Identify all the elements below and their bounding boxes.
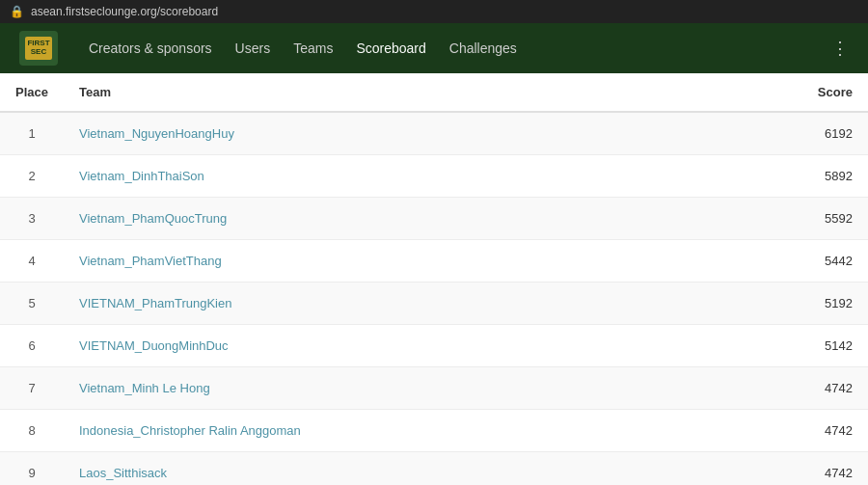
cell-score: 6192: [702, 112, 868, 155]
scoreboard-table: Place Team Score 1Vietnam_NguyenHoangHuy…: [0, 73, 868, 485]
table-row: 7Vietnam_Minh Le Hong4742: [0, 367, 868, 410]
nav-creators-sponsors[interactable]: Creators & sponsors: [89, 40, 212, 56]
cell-team[interactable]: Laos_Sitthisack: [64, 452, 702, 486]
cell-team[interactable]: Indonesia_Christopher Ralin Anggoman: [64, 410, 702, 452]
cell-place: 5: [0, 283, 64, 325]
table-row: 1Vietnam_NguyenHoangHuy6192: [0, 112, 868, 155]
logo-text: FIRSTSEC: [27, 40, 49, 57]
table-row: 3Vietnam_PhamQuocTrung5592: [0, 198, 868, 240]
cell-team[interactable]: Vietnam_PhamVietThang: [64, 240, 702, 283]
table-header-row: Place Team Score: [0, 73, 868, 112]
cell-score: 5442: [702, 240, 868, 283]
col-team: Team: [64, 73, 702, 112]
lock-icon: 🔒: [10, 5, 23, 18]
url-bar: asean.firstseclounge.org/scoreboard: [31, 5, 218, 18]
cell-team[interactable]: VIETNAM_DuongMinhDuc: [64, 325, 702, 367]
cell-score: 5592: [702, 198, 868, 240]
cell-team[interactable]: Vietnam_DinhThaiSon: [64, 155, 702, 198]
cell-score: 5892: [702, 155, 868, 198]
nav-scoreboard[interactable]: Scoreboard: [356, 40, 425, 56]
cell-team[interactable]: Vietnam_PhamQuocTrung: [64, 198, 702, 240]
more-icon[interactable]: ⋮: [831, 39, 849, 58]
cell-place: 7: [0, 367, 64, 410]
cell-team[interactable]: VIETNAM_PhamTrungKien: [64, 283, 702, 325]
cell-team[interactable]: Vietnam_Minh Le Hong: [64, 367, 702, 410]
table-row: 5VIETNAM_PhamTrungKien5192: [0, 283, 868, 325]
logo-inner: FIRSTSEC: [25, 37, 52, 60]
titlebar: 🔒 asean.firstseclounge.org/scoreboard: [0, 0, 868, 23]
table-row: 2Vietnam_DinhThaiSon5892: [0, 155, 868, 198]
table-row: 6VIETNAM_DuongMinhDuc5142: [0, 325, 868, 367]
col-place: Place: [0, 73, 64, 112]
col-score: Score: [702, 73, 868, 112]
table-row: 4Vietnam_PhamVietThang5442: [0, 240, 868, 283]
table-row: 9Laos_Sitthisack4742: [0, 452, 868, 486]
nav-right: ⋮: [831, 38, 849, 59]
cell-place: 8: [0, 410, 64, 452]
cell-score: 4742: [702, 452, 868, 486]
cell-place: 2: [0, 155, 64, 198]
nav-challenges[interactable]: Challenges: [449, 40, 517, 56]
nav-teams[interactable]: Teams: [293, 40, 333, 56]
cell-place: 6: [0, 325, 64, 367]
cell-place: 4: [0, 240, 64, 283]
table-row: 8Indonesia_Christopher Ralin Anggoman474…: [0, 410, 868, 452]
cell-place: 9: [0, 452, 64, 486]
nav-users[interactable]: Users: [235, 40, 271, 56]
cell-team[interactable]: Vietnam_NguyenHoangHuy: [64, 112, 702, 155]
cell-score: 5192: [702, 283, 868, 325]
navbar: FIRSTSEC Creators & sponsors Users Teams…: [0, 23, 868, 73]
scoreboard-table-container: Place Team Score 1Vietnam_NguyenHoangHuy…: [0, 73, 868, 485]
cell-place: 3: [0, 198, 64, 240]
cell-score: 5142: [702, 325, 868, 367]
site-logo[interactable]: FIRSTSEC: [19, 31, 58, 66]
cell-place: 1: [0, 112, 64, 155]
cell-score: 4742: [702, 410, 868, 452]
cell-score: 4742: [702, 367, 868, 410]
